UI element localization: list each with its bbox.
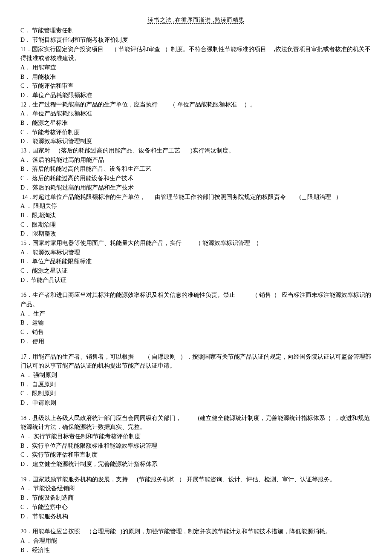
q11-option-d: D． 单位产品耗能限额标准	[20, 91, 372, 100]
q12-option-a: A． 单位产品能耗限额标准	[20, 109, 372, 118]
q14-stem: 14 . 对超过单位产品能耗限额标准的生产单位， 由管理节能工作的部门按照国务院…	[20, 193, 372, 202]
q16-option-a: A ． 生产	[20, 309, 372, 319]
q18-stem: 18．县级以上各级人民政府统计部门应当会同同级有关部门， (建立健全能源统计制度…	[20, 414, 372, 432]
q15-option-b: B． 单位产品耗能限额标准	[20, 257, 372, 266]
q12-stem: 12．生产过程中耗能高的产品的生产单位，应当执行 （ 单位产品能耗限额标准 ）。	[20, 100, 372, 109]
q12-option-d: D． 能源效率标识管理制度	[20, 137, 372, 146]
orphan-option-c: C． 节能管理责任制	[20, 26, 372, 35]
q17-option-a: A ． 强制原则	[20, 371, 372, 380]
q14-option-b: B． 限期淘汰	[20, 211, 372, 220]
orphan-option-d: D． 节能目标责任制和节能考核评价制度	[20, 35, 372, 45]
page-header-note: 读书之法 ,在循序而渐进 ,熟读而精思	[20, 16, 372, 24]
q11-option-c: C． 节能评估和审查	[20, 81, 372, 91]
q20-option-b: B． 经济性	[20, 546, 372, 555]
q18-option-a: A ． 实行节能目标责任制和节能考核评价制度	[20, 432, 372, 441]
q20-stem: 20．用能单位应当按照 （合理用能 )的原则，加强节能管理，制定并实施节能计划和…	[20, 527, 372, 536]
q16-option-c: C． 销售	[20, 328, 372, 337]
q16-stem: 16．生产者和进口商应当对其标注的能源效率标识及相关信息的准确性负责。禁止 （ …	[20, 290, 372, 309]
q19-option-d: D． 节能服务机构	[20, 512, 372, 521]
q12-option-c: C． 节能考核评价制度	[20, 128, 372, 137]
q17-stem: 17．用能产品的生产者、销售者，可以根据 （ 自愿原则 ），按照国家有关节能产品…	[20, 352, 372, 371]
q13-option-b: B． 落后的耗能过高的用能产品、设备和生产工艺	[20, 164, 372, 174]
q19-option-c: C． 节能监察中心	[20, 503, 372, 512]
q15-stem: 15．国家对家用电器等使用面广、耗能量大的用能产品，实行 （ 能源效率标识管理 …	[20, 239, 372, 248]
q14-option-d: D． 限期整改	[20, 229, 372, 239]
q15-option-a: A． 能源效率标识管理	[20, 248, 372, 257]
q17-option-c: C． 限制原则	[20, 389, 372, 398]
q15-option-d: D．节能产品认证	[20, 276, 372, 285]
q12-option-b: B． 能源之星标准	[20, 118, 372, 128]
q20-option-a: A ． 合理用能	[20, 536, 372, 546]
q14-option-a: A ． 限期关停	[20, 201, 372, 211]
q13-stem: 13．国家对 （落后的耗能过高的用能产品、设备和生产工艺 )实行淘汰制度。	[20, 146, 372, 155]
q11-stem: 11．国家实行固定资产投资项目 （ 节能评估和审查 ）制度。不符合强制性节能标准…	[20, 45, 372, 63]
q18-option-c: C． 实行节能评估和审查制度	[20, 450, 372, 460]
q13-option-c: C． 落后的耗能过高的用能设备和生产技术	[20, 174, 372, 183]
q18-option-b: B． 实行单位产品耗能限额标准和能源效率标识管理	[20, 441, 372, 451]
q13-option-d: D． 落后的耗能过高的用能产品和生产技术	[20, 183, 372, 193]
q11-option-a: A． 用能审查	[20, 63, 372, 72]
q16-option-b: B． 运输	[20, 318, 372, 328]
q15-option-c: C． 能源之星认证	[20, 266, 372, 276]
q19-option-a: A ． 节能设备经销商	[20, 484, 372, 493]
q17-option-d: D． 申请原则	[20, 398, 372, 408]
q13-option-a: A． 落后的耗能过高的用能产品	[20, 155, 372, 165]
q19-option-b: B． 节能设备制造商	[20, 493, 372, 503]
q19-stem: 19．国家鼓励节能服务机构的发展，支持 (节能服务机构 ） 开展节能咨询、设计、…	[20, 475, 372, 484]
q14-option-c: C． 限期治理	[20, 220, 372, 230]
q16-option-d: D． 使用	[20, 337, 372, 346]
q17-option-b: B． 自愿原则	[20, 380, 372, 389]
q18-option-d: D． 建立健全能源统计制度，完善能源统计指标体系	[20, 460, 372, 469]
q11-option-b: B． 用能核准	[20, 72, 372, 82]
